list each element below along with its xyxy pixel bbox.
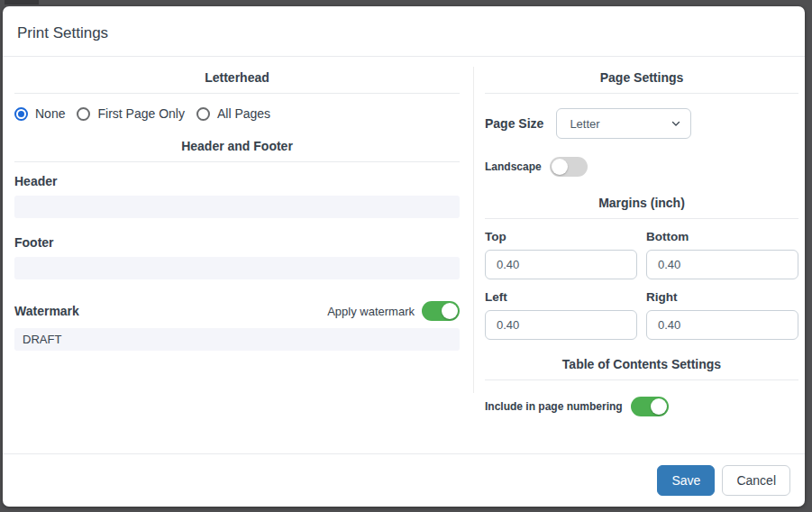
include-page-numbering-label: Include in page numbering xyxy=(485,400,623,413)
apply-watermark-control: Apply watermark xyxy=(327,301,460,321)
left-column: Letterhead None First Page Only All Page… xyxy=(3,57,473,453)
watermark-input[interactable] xyxy=(14,328,460,351)
margin-left-label: Left xyxy=(485,290,637,304)
margins-grid: Top Bottom Left Right xyxy=(485,219,798,340)
margin-left-input[interactable] xyxy=(485,310,637,340)
margin-top-field: Top xyxy=(485,219,637,279)
landscape-toggle[interactable] xyxy=(550,157,588,177)
margin-right-input[interactable] xyxy=(646,310,798,340)
dialog-body: Letterhead None First Page Only All Page… xyxy=(3,57,805,453)
page-behind-modal xyxy=(5,0,39,5)
toggle-knob xyxy=(651,398,667,415)
dialog-footer: Save Cancel xyxy=(3,453,805,507)
apply-watermark-toggle[interactable] xyxy=(422,301,460,321)
print-settings-dialog: Print Settings Letterhead None First Pag… xyxy=(3,6,805,507)
chevron-down-icon xyxy=(671,118,681,129)
right-column: Page Settings Page Size Letter Landscape… xyxy=(474,57,805,453)
footer-input[interactable] xyxy=(14,257,460,279)
toggle-knob xyxy=(552,159,568,175)
page-size-select[interactable]: Letter xyxy=(556,108,691,139)
radio-unselected-icon[interactable] xyxy=(77,107,90,121)
page-size-value: Letter xyxy=(570,117,599,131)
page-size-row: Page Size Letter xyxy=(485,108,798,139)
radio-none[interactable]: None xyxy=(14,106,65,121)
radio-unselected-icon[interactable] xyxy=(196,107,210,121)
save-button[interactable]: Save xyxy=(657,465,715,496)
margin-bottom-field: Bottom xyxy=(646,219,798,279)
margins-heading: Margins (inch) xyxy=(485,196,798,219)
apply-watermark-label: Apply watermark xyxy=(327,305,415,318)
radio-none-label: None xyxy=(35,106,65,121)
page-size-label: Page Size xyxy=(485,116,543,131)
margin-bottom-label: Bottom xyxy=(646,230,798,243)
landscape-label: Landscape xyxy=(485,160,542,173)
watermark-row: Watermark Apply watermark xyxy=(14,301,460,321)
header-field-label: Header xyxy=(14,174,460,188)
margin-right-label: Right xyxy=(646,290,798,304)
margin-bottom-input[interactable] xyxy=(646,250,798,279)
page-settings-heading: Page Settings xyxy=(485,70,798,94)
dialog-header: Print Settings xyxy=(3,6,805,57)
toc-row: Include in page numbering xyxy=(485,397,798,416)
radio-first-page-only[interactable]: First Page Only xyxy=(77,106,184,121)
header-input[interactable] xyxy=(14,196,460,218)
margin-left-field: Left xyxy=(485,279,637,340)
margin-top-input[interactable] xyxy=(485,250,637,279)
cancel-button[interactable]: Cancel xyxy=(722,465,790,496)
radio-first-page-only-label: First Page Only xyxy=(97,106,184,121)
radio-all-pages-label: All Pages xyxy=(217,106,270,121)
toc-heading: Table of Contents Settings xyxy=(485,357,798,380)
footer-field-label: Footer xyxy=(14,235,460,250)
margin-top-label: Top xyxy=(485,230,637,243)
margin-right-field: Right xyxy=(646,279,798,340)
landscape-row: Landscape xyxy=(485,157,798,177)
header-footer-heading: Header and Footer xyxy=(14,139,460,162)
radio-all-pages[interactable]: All Pages xyxy=(196,106,270,121)
letterhead-heading: Letterhead xyxy=(14,70,460,94)
radio-selected-icon[interactable] xyxy=(14,107,28,121)
include-page-numbering-toggle[interactable] xyxy=(631,397,669,416)
letterhead-radio-group: None First Page Only All Pages xyxy=(14,106,460,121)
watermark-field-label: Watermark xyxy=(14,304,79,318)
dialog-title: Print Settings xyxy=(17,24,790,42)
toggle-knob xyxy=(442,303,458,319)
